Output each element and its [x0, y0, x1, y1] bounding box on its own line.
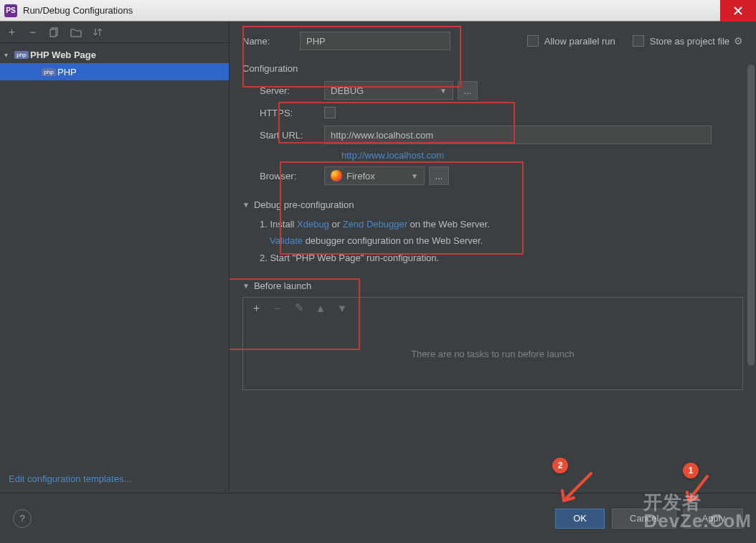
- chevron-down-icon: ▼: [242, 201, 250, 209]
- right-panel: Name: Allow parallel run Store as projec…: [230, 22, 756, 491]
- chevron-down-icon: ▼: [411, 172, 418, 180]
- php-web-icon: php: [16, 49, 27, 60]
- php-icon: php: [43, 66, 55, 77]
- close-icon: [733, 6, 743, 16]
- validate-link[interactable]: Validate: [270, 235, 303, 246]
- app-icon: PS: [4, 4, 17, 17]
- sort-icon[interactable]: [92, 27, 103, 38]
- store-project-checkbox[interactable]: Store as project file: [633, 35, 729, 47]
- checkbox-icon: [633, 35, 644, 47]
- gear-icon[interactable]: ⚙: [734, 35, 743, 47]
- firefox-icon: [331, 170, 342, 181]
- scrollbar-thumb[interactable]: [747, 65, 755, 366]
- starturl-label: Start URL:: [260, 130, 324, 141]
- name-label: Name:: [242, 36, 300, 47]
- before-launch-box: ＋ − ✎ ▲ ▼ There are no tasks to run befo…: [242, 297, 743, 390]
- starturl-row: Start URL:: [242, 126, 743, 144]
- browser-label: Browser:: [260, 171, 324, 181]
- folder-icon[interactable]: [70, 27, 82, 38]
- edit-icon: ✎: [293, 302, 305, 313]
- starturl-link[interactable]: http://www.localhost.com: [324, 150, 743, 161]
- copy-icon[interactable]: [49, 27, 60, 38]
- debug-validate-line: Validate debugger configuration on the W…: [260, 232, 743, 249]
- browser-dropdown[interactable]: Firefox ▼: [324, 166, 425, 185]
- before-launch-label: Before launch: [254, 280, 311, 291]
- callout-2-badge: 2: [552, 458, 568, 473]
- tree-root-label: PHP Web Page: [30, 49, 96, 60]
- https-checkbox[interactable]: [324, 107, 336, 118]
- help-button[interactable]: ?: [13, 509, 32, 528]
- chevron-down-icon: ▼: [242, 282, 250, 290]
- zend-debugger-link[interactable]: Zend Debugger: [343, 219, 407, 230]
- before-launch-toggle[interactable]: ▼ Before launch: [242, 280, 743, 291]
- callout-2-arrow: [559, 472, 597, 506]
- left-panel: ＋ − ▾ php PHP Web Page php PHP Edit co: [0, 22, 230, 491]
- chevron-down-icon: ▼: [440, 87, 447, 95]
- config-tree: ▾ php PHP Web Page php PHP: [0, 43, 229, 466]
- edit-templates-link[interactable]: Edit configuration templates...: [0, 466, 229, 491]
- svg-rect-1: [50, 29, 56, 37]
- remove-icon[interactable]: −: [27, 27, 39, 38]
- bottom-bar: ? OK Cancel Apply: [0, 493, 756, 543]
- checkbox-icon: [324, 107, 336, 118]
- cancel-button[interactable]: Cancel: [612, 509, 676, 529]
- store-project-label: Store as project file: [650, 36, 729, 47]
- move-down-icon: ▼: [336, 302, 348, 313]
- window-title: Run/Debug Configurations: [23, 5, 720, 16]
- add-icon[interactable]: ＋: [250, 302, 262, 313]
- debug-preconfig-content: 1. Install Xdebug or Zend Debugger on th…: [242, 216, 743, 266]
- allow-parallel-label: Allow parallel run: [544, 36, 615, 47]
- server-browse-button[interactable]: ...: [458, 81, 478, 100]
- tree-item-label: PHP: [57, 67, 77, 77]
- server-dropdown[interactable]: DEBUG ▼: [324, 81, 453, 100]
- apply-button[interactable]: Apply: [684, 509, 743, 529]
- name-input[interactable]: [300, 32, 450, 50]
- left-toolbar: ＋ −: [0, 22, 229, 43]
- https-row: HTTPS:: [242, 107, 743, 118]
- xdebug-link[interactable]: Xdebug: [297, 219, 329, 230]
- browser-value: Firefox: [346, 171, 375, 181]
- move-up-icon: ▲: [315, 302, 326, 313]
- close-button[interactable]: [720, 0, 756, 22]
- add-icon[interactable]: ＋: [6, 27, 17, 38]
- scrollbar[interactable]: [747, 65, 755, 484]
- debug-preconfig-label: Debug pre-configuration: [254, 199, 354, 210]
- browser-row: Browser: Firefox ▼ ...: [242, 166, 743, 185]
- server-value: DEBUG: [331, 85, 364, 96]
- tree-root-php-web-page[interactable]: ▾ php PHP Web Page: [0, 46, 229, 63]
- debug-preconfig-toggle[interactable]: ▼ Debug pre-configuration: [242, 199, 743, 210]
- debug-step-1: 1. Install Xdebug or Zend Debugger on th…: [260, 216, 743, 232]
- browser-browse-button[interactable]: ...: [429, 166, 449, 185]
- configuration-section-title: Configuration: [242, 63, 743, 74]
- tree-item-php[interactable]: php PHP: [0, 63, 229, 80]
- callout-1-arrow: [684, 475, 713, 505]
- name-row: Name: Allow parallel run Store as projec…: [242, 32, 743, 50]
- starturl-input[interactable]: [324, 126, 712, 144]
- chevron-down-icon: ▾: [4, 51, 13, 59]
- before-launch-toolbar: ＋ − ✎ ▲ ▼: [243, 298, 742, 318]
- remove-icon: −: [272, 302, 283, 313]
- ok-button[interactable]: OK: [555, 509, 605, 529]
- checkbox-icon: [527, 35, 539, 47]
- titlebar: PS Run/Debug Configurations: [0, 0, 756, 22]
- server-label: Server:: [260, 85, 324, 96]
- allow-parallel-checkbox[interactable]: Allow parallel run: [527, 35, 615, 47]
- debug-step-2: 2. Start "PHP Web Page" run-configuratio…: [260, 250, 743, 266]
- https-label: HTTPS:: [260, 108, 324, 118]
- before-launch-empty: There are no tasks to run before launch: [243, 318, 742, 389]
- server-row: Server: DEBUG ▼ ...: [242, 81, 743, 100]
